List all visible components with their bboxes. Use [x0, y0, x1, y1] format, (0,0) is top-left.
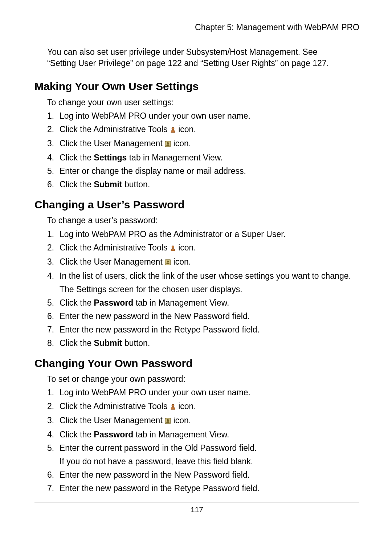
- text-a: Click the: [60, 153, 94, 162]
- list-item: 7. Enter the new password in the Retype …: [47, 324, 359, 335]
- step-text: Enter the new password in the Retype Pas…: [60, 483, 359, 494]
- section2-steps: 1. Log into WebPAM PRO as the Administra…: [47, 229, 359, 349]
- document-page: Chapter 5: Management with WebPAM PRO Yo…: [0, 0, 392, 515]
- text-after-icon: icon.: [178, 401, 196, 411]
- text-after-icon: icon.: [173, 257, 191, 266]
- list-item: 5. Enter or change the display name or m…: [47, 166, 359, 177]
- list-item: 1. Log into WebPAM PRO as the Administra…: [47, 229, 359, 240]
- text-after-icon: icon.: [173, 139, 191, 148]
- text-a: Click the: [60, 430, 94, 439]
- step-number: 5.: [47, 166, 60, 177]
- user-management-icon: [165, 416, 171, 427]
- step-text: Click the Administrative Tools icon.: [60, 124, 359, 136]
- list-item: 2. Click the Administrative Tools icon.: [47, 401, 359, 413]
- bold-settings: Settings: [94, 153, 127, 162]
- text-b: button.: [122, 180, 150, 189]
- list-item: 1. Log into WebPAM PRO under your own us…: [47, 387, 359, 398]
- text-b: button.: [122, 338, 150, 348]
- step-text: Enter the new password in the New Passwo…: [60, 469, 359, 481]
- list-item: 5. Enter the current password in the Old…: [47, 442, 359, 467]
- step-text-main: Enter the current password in the Old Pa…: [60, 443, 257, 453]
- step-text: Click the Submit button.: [60, 338, 359, 349]
- footer-divider: [34, 502, 359, 502]
- text-after-icon: icon.: [178, 243, 196, 252]
- step-number: 3.: [47, 415, 60, 427]
- list-item: 7. Enter the new password in the Retype …: [47, 483, 359, 494]
- intro-line1: You can also set user privilege under Su…: [47, 47, 318, 57]
- text-before-icon: Click the User Management: [60, 139, 165, 148]
- step-text: Log into WebPAM PRO under your own user …: [60, 387, 359, 398]
- list-item: 6. Enter the new password in the New Pas…: [47, 469, 359, 481]
- step-text: Click the User Management icon.: [60, 256, 359, 268]
- step-number: 2.: [47, 124, 60, 136]
- text-before-icon: Click the Administrative Tools: [60, 243, 170, 252]
- text-b: tab in Management View.: [133, 430, 229, 439]
- section1-steps: 1. Log into WebPAM PRO under your own us…: [47, 110, 359, 190]
- user-management-icon: [165, 257, 171, 268]
- step-number: 6.: [47, 469, 60, 481]
- text-before-icon: Click the Administrative Tools: [60, 125, 170, 134]
- page-number: 117: [34, 505, 359, 515]
- bold-submit: Submit: [94, 338, 122, 348]
- step-text: Enter the new password in the Retype Pas…: [60, 324, 359, 335]
- admin-tools-icon: [170, 125, 176, 136]
- step-text: Click the Submit button.: [60, 179, 359, 190]
- step-number: 1.: [47, 229, 60, 240]
- text-a: Click the: [60, 338, 94, 348]
- list-item: 6. Click the Submit button.: [47, 179, 359, 190]
- step-number: 2.: [47, 401, 60, 413]
- bold-password: Password: [94, 430, 134, 439]
- list-item: 3. Click the User Management icon.: [47, 138, 359, 150]
- section-heading-1: Making Your Own User Settings: [34, 79, 359, 94]
- intro-line2: “Setting User Privilege” on page 122 and…: [47, 58, 329, 68]
- step-text: Click the Administrative Tools icon.: [60, 242, 359, 254]
- text-before-icon: Click the User Management: [60, 416, 165, 425]
- step-text: Enter or change the display name or mail…: [60, 166, 359, 177]
- section1-lead: To change your own user settings:: [47, 97, 359, 108]
- bold-password: Password: [94, 298, 134, 307]
- bold-submit: Submit: [94, 180, 122, 189]
- section3-lead: To set or change your own password:: [47, 374, 359, 385]
- step-number: 7.: [47, 483, 60, 494]
- text-a: Click the: [60, 298, 94, 307]
- step-text-main: In the list of users, click the link of …: [60, 271, 351, 281]
- step-text: Log into WebPAM PRO under your own user …: [60, 110, 359, 122]
- step-text: Click the User Management icon.: [60, 415, 359, 427]
- step-number: 6.: [47, 179, 60, 190]
- step-number: 5.: [47, 297, 60, 309]
- list-item: 3. Click the User Management icon.: [47, 415, 359, 427]
- list-item: 2. Click the Administrative Tools icon.: [47, 124, 359, 136]
- step-number: 2.: [47, 242, 60, 254]
- step-number: 1.: [47, 387, 60, 398]
- section2-lead: To change a user’s password:: [47, 215, 359, 226]
- step-number: 6.: [47, 311, 60, 322]
- text-after-icon: icon.: [173, 416, 191, 425]
- admin-tools-icon: [170, 243, 176, 254]
- list-item: 4. Click the Password tab in Management …: [47, 429, 359, 440]
- step-text: Enter the current password in the Old Pa…: [60, 442, 359, 467]
- step-number: 7.: [47, 324, 60, 335]
- list-item: 6. Enter the new password in the New Pas…: [47, 311, 359, 322]
- step-number: 4.: [47, 270, 60, 295]
- chapter-header: Chapter 5: Management with WebPAM PRO: [34, 22, 359, 36]
- text-after-icon: icon.: [178, 125, 196, 134]
- step-number: 3.: [47, 138, 60, 150]
- step-text: In the list of users, click the link of …: [60, 270, 359, 295]
- text-before-icon: Click the Administrative Tools: [60, 401, 170, 411]
- step-number: 3.: [47, 256, 60, 268]
- step-text: Click the Settings tab in Management Vie…: [60, 152, 359, 163]
- list-item: 4. Click the Settings tab in Management …: [47, 152, 359, 163]
- text-b: tab in Management View.: [133, 298, 229, 307]
- text-a: Click the: [60, 180, 94, 189]
- step-subtext: If you do not have a password, leave thi…: [60, 456, 359, 467]
- step-number: 8.: [47, 338, 60, 349]
- section-heading-2: Changing a User’s Password: [34, 197, 359, 212]
- list-item: 2. Click the Administrative Tools icon.: [47, 242, 359, 254]
- list-item: 1. Log into WebPAM PRO under your own us…: [47, 110, 359, 122]
- step-number: 1.: [47, 110, 60, 122]
- step-number: 5.: [47, 442, 60, 467]
- list-item: 3. Click the User Management icon.: [47, 256, 359, 268]
- step-text: Log into WebPAM PRO as the Administrator…: [60, 229, 359, 240]
- step-number: 4.: [47, 429, 60, 440]
- user-management-icon: [165, 139, 171, 150]
